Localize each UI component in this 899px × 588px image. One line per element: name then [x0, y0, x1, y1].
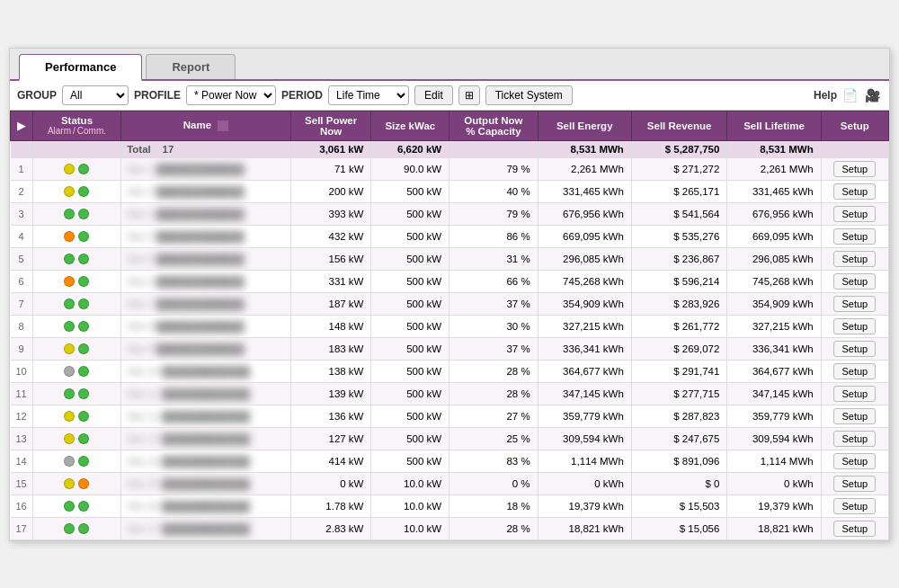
sell-energy-value: 0 kWh — [538, 472, 631, 494]
setup-button[interactable]: Setup — [833, 251, 876, 267]
size-kwac-value: 500 kW — [371, 225, 450, 247]
output-now-value: 37 % — [450, 292, 538, 315]
site-name: Site 11 ████████████ — [121, 382, 291, 405]
output-now-value: 31 % — [450, 247, 538, 270]
row-num: 17 — [11, 517, 33, 539]
table-row: 7 Site 7 ████████████ 187 kW 500 kW 37 %… — [11, 292, 889, 315]
ticket-system-button[interactable]: Ticket System — [485, 85, 573, 105]
status-cell — [32, 517, 120, 539]
comm-dot — [78, 366, 89, 377]
comm-dot — [78, 186, 89, 197]
sell-lifetime-value: 336,341 kWh — [727, 337, 821, 360]
group-select[interactable]: All Group 1 Group 2 — [62, 85, 129, 105]
site-name: Site 16 ████████████ — [121, 494, 291, 517]
setup-button[interactable]: Setup — [833, 228, 876, 245]
site-name: Site 12 ████████████ — [121, 405, 291, 427]
site-name: Site 15 ████████████ — [121, 472, 291, 494]
setup-cell: Setup — [821, 247, 888, 270]
total-row: Total 17 3,061 kW 6,620 kW 8,531 MWh $ 5… — [11, 140, 889, 157]
total-status — [32, 140, 120, 157]
profile-label: PROFILE — [134, 89, 181, 102]
edit-button[interactable]: Edit — [414, 85, 453, 105]
status-header: Status Alarm / Comm. — [32, 111, 120, 140]
tab-report[interactable]: Report — [146, 54, 236, 79]
table-row: 5 Site 5 ████████████ 156 kW 500 kW 31 %… — [11, 247, 889, 270]
site-name: Site 6 ████████████ — [121, 270, 291, 292]
total-sell-energy: 8,531 MWh — [538, 140, 631, 157]
size-kwac-header: Size kWac — [371, 111, 450, 140]
table-row: 8 Site 8 ████████████ 148 kW 500 kW 30 %… — [11, 315, 889, 337]
setup-button[interactable]: Setup — [833, 341, 876, 357]
site-name: Site 8 ████████████ — [121, 315, 291, 337]
alarm-dot — [64, 276, 75, 287]
site-name: Site 2 ████████████ — [121, 180, 291, 202]
status-cell — [32, 157, 120, 180]
group-label: GROUP — [17, 89, 57, 102]
sell-revenue-value: $ 535,276 — [631, 225, 727, 247]
setup-button[interactable]: Setup — [833, 408, 876, 424]
setup-button[interactable]: Setup — [833, 386, 876, 402]
site-name: Site 14 ████████████ — [121, 450, 291, 472]
sell-energy-value: 296,085 kWh — [538, 247, 631, 270]
sell-power-header: Sell PowerNow — [290, 111, 371, 140]
sell-lifetime-value: 19,379 kWh — [727, 494, 821, 517]
alarm-dot — [64, 456, 75, 467]
sell-power-value: 1.78 kW — [290, 494, 371, 517]
name-header[interactable]: Name — [121, 111, 291, 140]
alarm-dot — [64, 366, 75, 377]
sell-revenue-value: $ 291,741 — [631, 360, 727, 382]
setup-button[interactable]: Setup — [833, 453, 876, 469]
comm-dot — [78, 501, 89, 512]
status-cell — [32, 202, 120, 225]
sell-revenue-value: $ 283,926 — [631, 292, 727, 315]
setup-button[interactable]: Setup — [833, 476, 876, 492]
sell-lifetime-value: 296,085 kWh — [727, 247, 821, 270]
size-kwac-value: 500 kW — [371, 405, 450, 427]
sell-power-value: 2.83 kW — [290, 517, 371, 539]
sell-energy-header: Sell Energy — [538, 111, 631, 140]
tab-performance[interactable]: Performance — [19, 54, 142, 81]
grid-view-button[interactable]: ⊞ — [458, 85, 480, 105]
setup-button[interactable]: Setup — [833, 273, 876, 290]
site-name: Site 1 ████████████ — [121, 157, 291, 180]
sell-revenue-value: $ 271,272 — [631, 157, 727, 180]
total-output-now — [450, 140, 538, 157]
setup-button[interactable]: Setup — [833, 431, 876, 447]
help-video-icon[interactable]: 🎥 — [863, 86, 882, 104]
status-cell — [32, 270, 120, 292]
sell-lifetime-value: 327,215 kWh — [727, 315, 821, 337]
size-kwac-value: 500 kW — [371, 270, 450, 292]
alarm-dot — [64, 523, 75, 534]
setup-cell: Setup — [821, 292, 888, 315]
row-num: 12 — [11, 405, 33, 427]
size-kwac-value: 90.0 kW — [371, 157, 450, 180]
setup-button[interactable]: Setup — [833, 183, 876, 200]
output-now-value: 30 % — [450, 315, 538, 337]
setup-button[interactable]: Setup — [833, 296, 876, 312]
setup-button[interactable]: Setup — [833, 206, 876, 222]
sell-revenue-value: $ 261,772 — [631, 315, 727, 337]
sell-power-value: 331 kW — [290, 270, 371, 292]
setup-button[interactable]: Setup — [833, 161, 876, 177]
sell-lifetime-value: 745,268 kWh — [727, 270, 821, 292]
comm-dot — [78, 321, 89, 332]
tab-performance-label: Performance — [45, 60, 116, 74]
profile-select[interactable]: * Power Now Profile 2 — [186, 85, 276, 105]
row-num: 3 — [11, 202, 33, 225]
setup-button[interactable]: Setup — [833, 363, 876, 379]
sell-energy-value: 669,095 kWh — [538, 225, 631, 247]
setup-cell: Setup — [821, 472, 888, 494]
setup-button[interactable]: Setup — [833, 521, 876, 537]
setup-button[interactable]: Setup — [833, 318, 876, 334]
row-num: 8 — [11, 315, 33, 337]
sell-lifetime-value: 309,594 kWh — [727, 427, 821, 450]
setup-button[interactable]: Setup — [833, 498, 876, 514]
sell-energy-value: 347,145 kWh — [538, 382, 631, 405]
row-num: 9 — [11, 337, 33, 360]
row-num: 10 — [11, 360, 33, 382]
output-now-value: 18 % — [450, 494, 538, 517]
period-select[interactable]: Life Time Today This Month This Year — [328, 85, 409, 105]
comm-dot — [78, 411, 89, 422]
help-doc-icon[interactable]: 📄 — [841, 86, 859, 104]
size-kwac-value: 500 kW — [371, 382, 450, 405]
